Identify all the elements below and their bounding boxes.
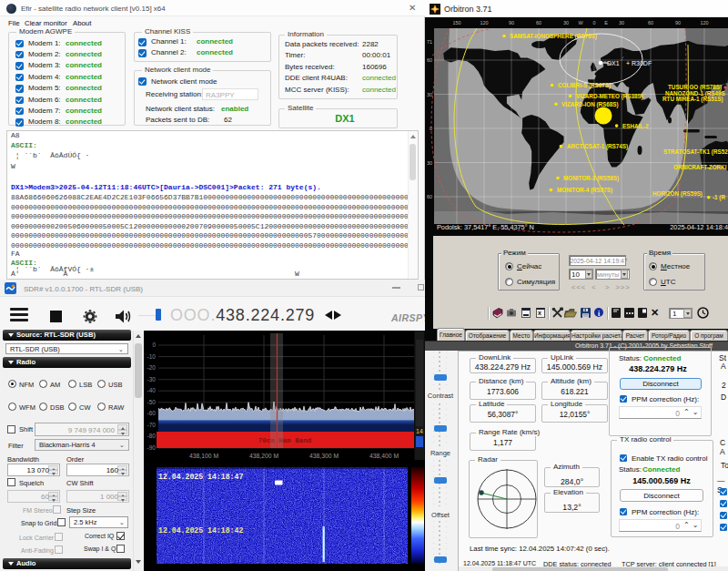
svg-text:30: 30 — [619, 20, 624, 25]
svg-text:30: 30 — [427, 92, 432, 97]
svg-text:-90: -90 — [147, 444, 157, 451]
svg-text:0: 0 — [592, 20, 595, 25]
svg-text:150: 150 — [452, 20, 460, 25]
svg-text:438,100 M: 438,100 M — [189, 453, 218, 459]
svg-text:RTU MIREA-1 (RS51S): RTU MIREA-1 (RS51S) — [662, 96, 723, 103]
svg-text:-30: -30 — [147, 376, 157, 382]
svg-text:-80: -80 — [147, 433, 157, 439]
svg-text:E: E — [604, 20, 608, 25]
svg-text:Podolsk: 37,5417° E, 55,4375°: Podolsk: 37,5417° E, 55,4375° N — [437, 223, 534, 231]
svg-text:MONITOR-4 (RS57S): MONITOR-4 (RS57S) — [557, 187, 612, 194]
svg-text:-70: -70 — [147, 422, 157, 428]
svg-text:438,300 M: 438,300 M — [309, 453, 339, 459]
svg-text:MONITOR-3 (RS58S): MONITOR-3 (RS58S) — [563, 175, 619, 182]
svg-text:ORBICRAFT-ZORKI: ORBICRAFT-ZORKI — [673, 164, 727, 170]
svg-text:-50: -50 — [147, 399, 157, 405]
svg-text:-60: -60 — [147, 410, 157, 416]
svg-text:438,200 M: 438,200 M — [249, 453, 278, 459]
svg-text:12.04.2025 14:18:42: 12.04.2025 14:18:42 — [158, 526, 243, 535]
svg-text:SAMSAT-IONOSPHERE (RS76S): SAMSAT-IONOSPHERE (RS76S) — [510, 33, 597, 40]
svg-text:30: 30 — [563, 20, 569, 25]
svg-text:STRATOSAT-TK1 (RS52: STRATOSAT-TK1 (RS52 — [663, 148, 728, 156]
svg-text:DX1: DX1 — [607, 60, 620, 66]
svg-text:-10: -10 — [147, 353, 157, 360]
svg-text:30: 30 — [427, 160, 432, 166]
svg-text:-40: -40 — [147, 387, 157, 393]
svg-text:90: 90 — [509, 20, 514, 25]
svg-text:VIZARD-METEO (RS38S): VIZARD-METEO (RS38S) — [576, 93, 643, 100]
svg-text:90: 90 — [675, 20, 681, 25]
svg-text:W: W — [578, 20, 583, 25]
svg-text:71: 71 — [427, 39, 432, 45]
svg-text:+ R30DF: + R30DF — [626, 60, 652, 66]
svg-text:HORIZON (RS59S): HORIZON (RS59S) — [652, 190, 703, 198]
svg-text:60: 60 — [536, 20, 541, 25]
svg-text:12.04.2025 14:18:47: 12.04.2025 14:18:47 — [158, 473, 243, 481]
svg-text:2025-04-12 14:18:4: 2025-04-12 14:18:4 — [670, 223, 728, 231]
svg-text:120: 120 — [700, 20, 708, 25]
svg-text:14: 14 — [416, 428, 423, 434]
svg-text:438,400 M: 438,400 M — [369, 453, 399, 459]
svg-text:COLIBRI-S (RS67S): COLIBRI-S (RS67S) — [558, 82, 611, 89]
svg-text:120: 120 — [480, 20, 488, 25]
svg-text:0: 0 — [430, 126, 432, 131]
svg-text:70cm Ham Band: 70cm Ham Band — [258, 437, 312, 444]
svg-text:ARCTICSAT-1 (RS74S): ARCTICSAT-1 (RS74S) — [567, 143, 628, 150]
svg-text:0: 0 — [152, 342, 156, 348]
svg-text:-1 (R: -1 (R — [713, 194, 725, 201]
svg-text:ESHAIL-2: ESHAIL-2 — [622, 123, 649, 129]
svg-text:60: 60 — [427, 57, 432, 63]
svg-text:60: 60 — [427, 194, 432, 199]
svg-text:60: 60 — [648, 20, 653, 25]
svg-text:-20: -20 — [147, 364, 157, 371]
svg-text:VIZARD-ION (RS68S): VIZARD-ION (RS68S) — [561, 101, 619, 108]
